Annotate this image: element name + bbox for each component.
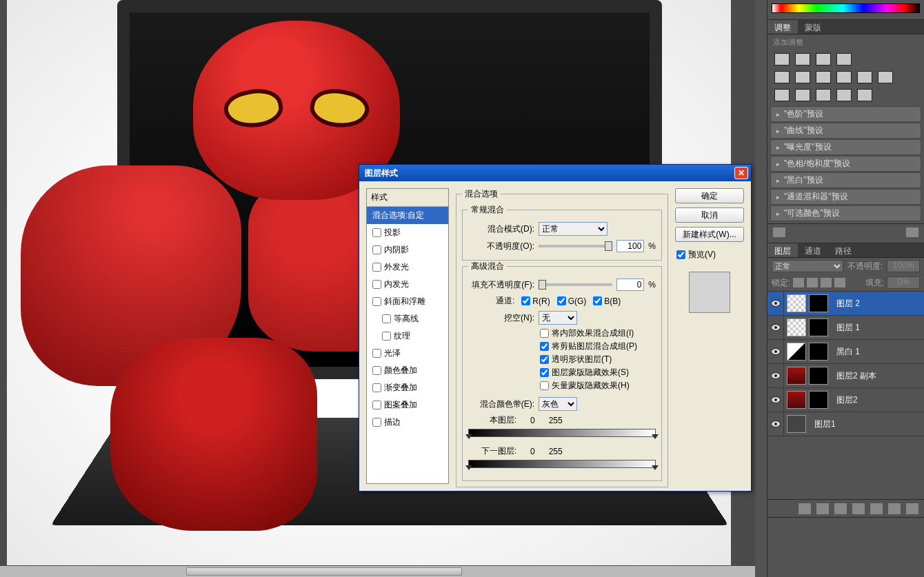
layer-thumbnail[interactable] bbox=[787, 318, 806, 336]
cb-vector-mask-hides[interactable] bbox=[540, 381, 549, 390]
layer-thumbnail[interactable] bbox=[809, 318, 828, 336]
cb-layer-mask-hides[interactable] bbox=[540, 368, 549, 377]
layer-row[interactable]: 图层2 bbox=[767, 388, 924, 412]
visibility-eye-icon[interactable] bbox=[771, 324, 781, 331]
adjustment-layer-icon[interactable] bbox=[852, 503, 865, 514]
ok-button[interactable]: 确定 bbox=[675, 188, 744, 203]
style-item[interactable]: 光泽 bbox=[367, 345, 448, 362]
style-item[interactable]: 外发光 bbox=[367, 259, 448, 276]
preset-item[interactable]: "色相/饱和度"预设 bbox=[770, 156, 921, 172]
selectivecolor-icon[interactable] bbox=[857, 89, 872, 101]
bw-icon[interactable] bbox=[836, 71, 852, 83]
style-item[interactable]: 描边 bbox=[367, 414, 448, 431]
lock-position-icon[interactable] bbox=[821, 278, 832, 287]
cb-transparency-shapes[interactable] bbox=[540, 355, 549, 364]
preset-item[interactable]: "黑白"预设 bbox=[770, 172, 921, 188]
style-item[interactable]: 内发光 bbox=[367, 276, 448, 293]
photofilter-icon[interactable] bbox=[857, 71, 872, 83]
posterize-icon[interactable] bbox=[795, 89, 810, 101]
tab-adjustments[interactable]: 调整 bbox=[767, 20, 798, 34]
cancel-button[interactable]: 取消 bbox=[675, 207, 744, 223]
new-layer-icon[interactable] bbox=[888, 503, 901, 514]
tab-layers[interactable]: 图层 bbox=[767, 243, 798, 257]
channelmixer-icon[interactable] bbox=[878, 71, 893, 83]
preview-checkbox[interactable] bbox=[676, 250, 685, 259]
colorbalance-icon[interactable] bbox=[816, 71, 831, 83]
style-item[interactable]: 混合选项:自定 bbox=[367, 207, 448, 224]
layer-thumbnail[interactable] bbox=[787, 415, 806, 433]
channel-b[interactable]: B(B) bbox=[593, 296, 621, 306]
layer-style-icon[interactable] bbox=[816, 503, 829, 514]
cb-interior-effects[interactable] bbox=[540, 329, 549, 338]
lock-transparency-icon[interactable] bbox=[793, 278, 804, 287]
layer-thumbnail[interactable] bbox=[809, 367, 828, 385]
visibility-eye-icon[interactable] bbox=[771, 348, 781, 355]
blend-if-dropdown[interactable]: 灰色 bbox=[539, 397, 577, 411]
visibility-eye-icon[interactable] bbox=[771, 300, 781, 307]
lock-pixels-icon[interactable] bbox=[807, 278, 818, 287]
horizontal-scrollbar[interactable] bbox=[0, 566, 755, 577]
curves-icon[interactable] bbox=[816, 53, 831, 65]
channel-r[interactable]: R(R) bbox=[521, 296, 550, 306]
style-item[interactable]: 颜色叠加 bbox=[367, 362, 448, 379]
knockout-dropdown[interactable]: 无 bbox=[539, 311, 577, 325]
style-item[interactable]: 渐变叠加 bbox=[367, 379, 448, 396]
huesat-icon[interactable] bbox=[795, 71, 810, 83]
blend-mode-dropdown[interactable]: 正常 bbox=[539, 222, 607, 236]
style-item[interactable]: 斜面和浮雕 bbox=[367, 293, 448, 310]
levels-icon[interactable] bbox=[795, 53, 810, 65]
exposure-icon[interactable] bbox=[836, 53, 852, 65]
layer-row[interactable]: 图层1 bbox=[767, 412, 924, 436]
brightness-icon[interactable] bbox=[774, 53, 790, 65]
link-layers-icon[interactable] bbox=[799, 503, 811, 514]
opacity-input[interactable] bbox=[616, 240, 644, 252]
preset-item[interactable]: "可选颜色"预设 bbox=[770, 205, 921, 221]
tab-channels[interactable]: 通道 bbox=[798, 243, 828, 257]
visibility-eye-icon[interactable] bbox=[771, 396, 781, 403]
dialog-titlebar[interactable]: 图层样式 ✕ bbox=[359, 165, 751, 181]
vibrance-icon[interactable] bbox=[774, 71, 790, 83]
style-item[interactable]: 投影 bbox=[367, 224, 448, 241]
layer-row[interactable]: 图层2 副本 bbox=[767, 364, 924, 388]
layer-thumbnail[interactable] bbox=[787, 294, 806, 312]
preset-footer-icon[interactable] bbox=[773, 227, 785, 237]
fill-value[interactable]: 0% bbox=[887, 276, 920, 289]
layer-row[interactable]: 图层 2 bbox=[767, 292, 924, 316]
visibility-eye-icon[interactable] bbox=[771, 421, 781, 427]
layer-thumbnail[interactable] bbox=[787, 367, 806, 385]
lock-all-icon[interactable] bbox=[834, 278, 845, 287]
color-spectrum[interactable] bbox=[767, 0, 924, 17]
preset-item[interactable]: "曲线"预设 bbox=[770, 123, 921, 139]
tab-masks[interactable]: 蒙版 bbox=[798, 20, 828, 34]
preset-item[interactable]: "曝光度"预设 bbox=[770, 139, 921, 155]
layer-thumbnail[interactable] bbox=[787, 391, 806, 409]
opacity-slider[interactable] bbox=[539, 245, 612, 247]
gradientmap-icon[interactable] bbox=[836, 89, 852, 101]
preset-item[interactable]: "色阶"预设 bbox=[770, 106, 921, 122]
layer-row[interactable]: 图层 1 bbox=[767, 316, 924, 340]
cb-clipped-layers[interactable] bbox=[540, 342, 549, 351]
this-layer-gradient[interactable] bbox=[468, 429, 656, 437]
blend-mode-select[interactable]: 正常 bbox=[772, 260, 843, 272]
opacity-value[interactable]: 100% bbox=[887, 260, 920, 272]
layer-mask-icon[interactable] bbox=[834, 503, 847, 514]
style-item[interactable]: 纹理 bbox=[367, 327, 448, 345]
invert-icon[interactable] bbox=[774, 89, 790, 101]
layer-thumbnail[interactable] bbox=[809, 294, 828, 312]
style-item[interactable]: 内阴影 bbox=[367, 241, 448, 259]
preset-item[interactable]: "通道混和器"预设 bbox=[770, 189, 921, 205]
underlying-gradient[interactable] bbox=[468, 460, 656, 468]
close-icon[interactable]: ✕ bbox=[734, 167, 748, 179]
layer-thumbnail[interactable] bbox=[809, 343, 828, 361]
threshold-icon[interactable] bbox=[816, 89, 831, 101]
layer-row[interactable]: 黑白 1 bbox=[767, 340, 924, 364]
layer-thumbnail[interactable] bbox=[809, 391, 828, 409]
visibility-eye-icon[interactable] bbox=[771, 372, 781, 379]
fill-opacity-input[interactable] bbox=[616, 279, 644, 291]
channel-g[interactable]: G(G) bbox=[557, 296, 587, 306]
new-style-button[interactable]: 新建样式(W)... bbox=[675, 227, 744, 242]
fill-opacity-slider[interactable] bbox=[539, 283, 612, 286]
layer-thumbnail[interactable] bbox=[787, 343, 806, 361]
trash-icon[interactable] bbox=[906, 227, 918, 237]
delete-layer-icon[interactable] bbox=[906, 503, 918, 514]
